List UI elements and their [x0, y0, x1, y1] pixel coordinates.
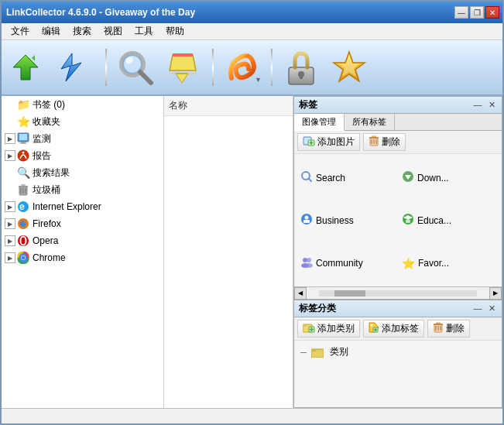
add-image-icon [303, 135, 315, 149]
toolbar-sep-1 [105, 49, 107, 86]
tree-item-opera[interactable]: ▶ Opera [2, 232, 163, 249]
svg-rect-76 [436, 323, 441, 324]
status-bar [2, 408, 502, 423]
tree-item-bookmarks[interactable]: 📁 书签 (0) [2, 96, 163, 113]
add-image-label: 添加图片 [317, 135, 355, 149]
expand-firefox: ▶ [5, 218, 15, 229]
categories-panel-controls: — ✕ [472, 303, 497, 314]
tree-item-ie[interactable]: ▶ e Internet Explorer [2, 198, 163, 215]
svg-rect-75 [434, 324, 443, 325]
minimize-button[interactable]: — [454, 6, 468, 19]
tree-item-favorites[interactable]: ⭐ 收藏夹 [2, 113, 163, 130]
tree-item-monitor[interactable]: ▶ 监测 [2, 130, 163, 147]
delete-category-button[interactable]: 删除 [427, 320, 470, 338]
tags-panel-header: 标签 — ✕ [294, 97, 502, 114]
tag-business[interactable]: Business [297, 200, 397, 241]
green-arrow-button[interactable] [8, 46, 50, 88]
add-category-icon [303, 322, 315, 335]
menu-help[interactable]: 帮助 [159, 23, 190, 39]
categories-panel-title: 标签分类 [299, 302, 336, 315]
tree-item-trash[interactable]: 垃圾桶 [2, 181, 163, 198]
tags-toolbar: 添加图片 删除 [294, 131, 502, 154]
delete-tag-button[interactable]: 删除 [363, 133, 406, 151]
tab-image-management[interactable]: 图像管理 [294, 114, 345, 131]
expand-trash [5, 184, 15, 195]
main-content: 📁 书签 (0) ⭐ 收藏夹 ▶ 监测 ▶ [2, 96, 502, 408]
tags-minimize-button[interactable]: — [472, 100, 483, 110]
padlock-button[interactable] [280, 46, 322, 88]
chrome-icon [17, 252, 29, 264]
blue-arrow-button[interactable] [56, 46, 98, 88]
restore-button[interactable]: ❐ [470, 6, 484, 19]
svg-marker-2 [61, 53, 81, 81]
window-controls: — ❐ ✕ [454, 6, 499, 19]
ie-icon: e [17, 201, 29, 213]
svg-text:e: e [19, 201, 25, 212]
tag-community[interactable]: Community [297, 242, 397, 283]
categories-close-button[interactable]: ✕ [486, 303, 497, 314]
svg-point-24 [22, 152, 25, 154]
add-category-button[interactable]: 添加类别 [297, 320, 360, 338]
tree-item-search[interactable]: 🔍 搜索结果 [2, 164, 163, 181]
monitor-icon [17, 132, 29, 145]
community-tag-icon [300, 255, 313, 270]
tags-close-button[interactable]: ✕ [486, 100, 497, 110]
tags-panel-controls: — ✕ [472, 100, 497, 110]
tag-favor[interactable]: ⭐ Favor... [399, 242, 499, 283]
delete-tag-icon [369, 135, 379, 149]
menu-edit[interactable]: 编辑 [36, 23, 67, 39]
tree-item-firefox[interactable]: ▶ Firefox [2, 215, 163, 232]
category-item-label: 类别 [330, 345, 348, 358]
report-icon [17, 149, 29, 162]
firefox-label: Firefox [33, 218, 61, 229]
menu-search[interactable]: 搜索 [67, 23, 98, 39]
svg-line-51 [309, 179, 312, 182]
menu-tools[interactable]: 工具 [129, 23, 159, 39]
tag-community-label: Community [316, 258, 363, 269]
magnifier-button[interactable] [115, 46, 156, 88]
trash-label: 垃圾桶 [33, 183, 60, 197]
tree-item-chrome[interactable]: ▶ Chrome [2, 249, 163, 266]
category-item[interactable]: — 类别 [297, 344, 499, 360]
close-button[interactable]: ✕ [485, 6, 499, 19]
tag-search[interactable]: Search [297, 157, 397, 198]
business-tag-icon [300, 213, 313, 228]
add-tag-button[interactable]: 添加标签 [363, 320, 424, 338]
tag-down[interactable]: Down... [399, 157, 499, 198]
tags-scrollbar[interactable]: ◀ ▶ [294, 286, 502, 299]
scrollbar-thumb[interactable] [334, 290, 365, 296]
svg-marker-1 [32, 55, 35, 61]
title-bar: LinkCollector 4.6.9.0 - Giveaway of the … [2, 2, 502, 23]
educa-tag-icon [402, 213, 414, 228]
trash-icon [17, 183, 29, 196]
pencil-button[interactable] [163, 46, 204, 88]
category-folder-icon [311, 346, 324, 358]
add-category-label: 添加类别 [317, 322, 355, 335]
svg-rect-10 [173, 53, 193, 57]
window-title: LinkCollector 4.6.9.0 - Giveaway of the … [6, 7, 195, 18]
favor-tag-icon: ⭐ [402, 257, 415, 269]
categories-minimize-button[interactable]: — [472, 303, 483, 314]
tab-all-tags[interactable]: 所有标签 [345, 114, 395, 130]
tag-educa[interactable]: Educa... [399, 200, 499, 241]
tree-item-report[interactable]: ▶ 报告 [2, 147, 163, 164]
scroll-right-button[interactable]: ▶ [489, 287, 502, 300]
svg-marker-11 [176, 74, 188, 83]
middle-header: 名称 [164, 96, 293, 116]
search-label: 搜索结果 [33, 166, 70, 180]
bookmarks-label: 书签 (0) [33, 98, 65, 111]
svg-line-5 [140, 72, 151, 83]
tags-panel-title: 标签 [299, 98, 317, 111]
scroll-left-button[interactable]: ◀ [294, 287, 307, 300]
star-button[interactable] [328, 46, 370, 88]
svg-rect-21 [21, 142, 26, 143]
svg-rect-22 [19, 143, 27, 144]
tag-educa-label: Educa... [417, 215, 451, 226]
menu-view[interactable]: 视图 [98, 23, 129, 39]
expand-monitor: ▶ [5, 133, 15, 144]
add-image-button[interactable]: 添加图片 [297, 133, 360, 151]
opera-icon [17, 235, 29, 247]
menu-file[interactable]: 文件 [5, 23, 36, 39]
name-column-header: 名称 [169, 100, 187, 111]
swirl-button[interactable]: ▼ [221, 46, 263, 88]
